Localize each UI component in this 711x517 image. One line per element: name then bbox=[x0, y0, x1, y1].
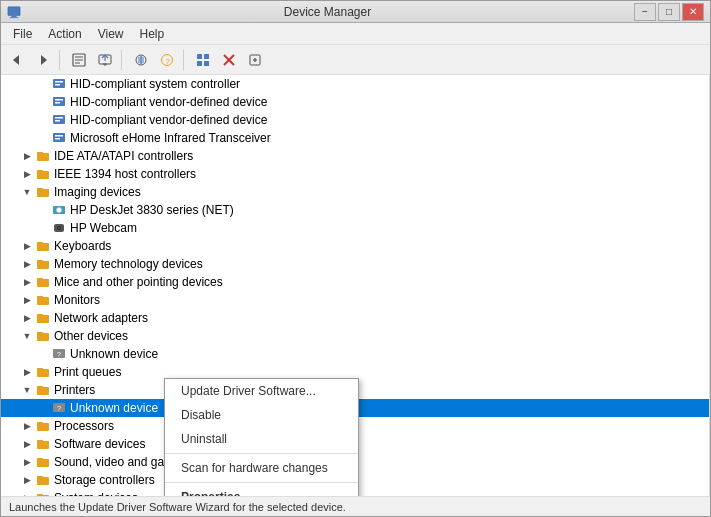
collapse-icon: ▶ bbox=[19, 436, 35, 452]
menu-file[interactable]: File bbox=[5, 25, 40, 43]
tree-item[interactable]: ▶ IDE ATA/ATAPI controllers bbox=[1, 147, 709, 165]
unknown-device-other[interactable]: ? Unknown device bbox=[1, 345, 709, 363]
tree-item[interactable]: ▶ Memory technology devices bbox=[1, 255, 709, 273]
help-button[interactable]: ? bbox=[155, 48, 179, 72]
device-icon bbox=[51, 94, 67, 110]
toolbar-sep3 bbox=[183, 50, 187, 70]
device-tree[interactable]: HID-compliant system controller HID-comp… bbox=[1, 75, 710, 496]
svg-rect-23 bbox=[197, 61, 202, 66]
collapse-icon: ▶ bbox=[19, 292, 35, 308]
device-icon bbox=[51, 112, 67, 128]
svg-rect-31 bbox=[55, 81, 63, 83]
collapse-icon: ▶ bbox=[19, 166, 35, 182]
back-button[interactable] bbox=[5, 48, 29, 72]
tree-item-label: Network adapters bbox=[54, 311, 148, 325]
folder-icon bbox=[35, 292, 51, 308]
svg-rect-70 bbox=[37, 386, 43, 388]
tree-item[interactable]: ▶ IEEE 1394 host controllers bbox=[1, 165, 709, 183]
window-title: Device Manager bbox=[21, 5, 634, 19]
device-icon bbox=[51, 76, 67, 92]
device-manager-btn[interactable] bbox=[191, 48, 215, 72]
tree-item[interactable]: ▶ Keyboards bbox=[1, 237, 709, 255]
tree-item[interactable]: ▼ Imaging devices bbox=[1, 183, 709, 201]
tree-item-label: Memory technology devices bbox=[54, 257, 203, 271]
forward-button[interactable] bbox=[31, 48, 55, 72]
context-update-driver[interactable]: Update Driver Software... bbox=[165, 379, 358, 403]
context-scan-hardware[interactable]: Scan for hardware changes bbox=[165, 456, 358, 480]
tree-item[interactable]: ▶ Mice and other pointing devices bbox=[1, 273, 709, 291]
device-manager-window: Device Manager − □ ✕ File Action View He… bbox=[0, 0, 711, 517]
tree-item[interactable]: HID-compliant system controller bbox=[1, 75, 709, 93]
update-icon bbox=[98, 53, 112, 67]
update-driver-button[interactable] bbox=[93, 48, 117, 72]
collapse-icon: ▶ bbox=[19, 274, 35, 290]
maximize-button[interactable]: □ bbox=[658, 3, 680, 21]
close-button[interactable]: ✕ bbox=[682, 3, 704, 21]
tree-item-label: Keyboards bbox=[54, 239, 111, 253]
tree-item[interactable]: HID-compliant vendor-defined device bbox=[1, 111, 709, 129]
folder-icon bbox=[35, 490, 51, 496]
context-disable[interactable]: Disable bbox=[165, 403, 358, 427]
context-uninstall[interactable]: Uninstall bbox=[165, 427, 358, 451]
tree-item-label: Imaging devices bbox=[54, 185, 141, 199]
tree-item-label: Storage controllers bbox=[54, 473, 155, 487]
minimize-button[interactable]: − bbox=[634, 3, 656, 21]
folder-icon bbox=[35, 166, 51, 182]
scan-button[interactable] bbox=[129, 48, 153, 72]
tree-item-label: IDE ATA/ATAPI controllers bbox=[54, 149, 193, 163]
collapse-icon: ▶ bbox=[19, 454, 35, 470]
extra-button[interactable] bbox=[243, 48, 267, 72]
svg-rect-82 bbox=[37, 494, 43, 496]
menu-help[interactable]: Help bbox=[132, 25, 173, 43]
tree-item-label: Unknown device bbox=[70, 347, 158, 361]
tree-item[interactable]: ▶ Monitors bbox=[1, 291, 709, 309]
svg-rect-46 bbox=[37, 189, 49, 197]
menu-action[interactable]: Action bbox=[40, 25, 89, 43]
other-devices-item[interactable]: ▼ Other devices bbox=[1, 327, 709, 345]
tree-item[interactable]: HID-compliant vendor-defined device bbox=[1, 93, 709, 111]
menu-view[interactable]: View bbox=[90, 25, 132, 43]
svg-rect-42 bbox=[37, 153, 49, 161]
svg-rect-75 bbox=[37, 441, 49, 449]
toolbar-sep2 bbox=[121, 50, 125, 70]
tree-item-label: HID-compliant vendor-defined device bbox=[70, 113, 267, 127]
svg-rect-35 bbox=[55, 102, 60, 104]
remove-button[interactable] bbox=[217, 48, 241, 72]
toolbar-sep1 bbox=[59, 50, 63, 70]
svg-rect-30 bbox=[53, 79, 65, 88]
collapse-icon: ▶ bbox=[19, 238, 35, 254]
svg-text:?: ? bbox=[166, 56, 171, 65]
tree-item[interactable]: HP DeskJet 3830 series (NET) bbox=[1, 201, 709, 219]
properties-button[interactable] bbox=[67, 48, 91, 72]
svg-marker-3 bbox=[13, 55, 19, 65]
tree-item[interactable]: ▶ Network adapters bbox=[1, 309, 709, 327]
svg-rect-74 bbox=[37, 422, 43, 424]
status-text: Launches the Update Driver Software Wiza… bbox=[9, 501, 346, 513]
device-icon bbox=[51, 202, 67, 218]
tree-item[interactable]: HP Webcam bbox=[1, 219, 709, 237]
svg-rect-0 bbox=[8, 6, 20, 15]
back-icon bbox=[10, 53, 24, 67]
svg-rect-73 bbox=[37, 423, 49, 431]
context-properties[interactable]: Properties bbox=[165, 485, 358, 496]
collapse-icon: ▶ bbox=[19, 148, 35, 164]
device-icon bbox=[51, 130, 67, 146]
svg-rect-53 bbox=[37, 243, 49, 251]
svg-rect-58 bbox=[37, 278, 43, 280]
unknown-icon: ? bbox=[51, 346, 67, 362]
remove-icon bbox=[222, 53, 236, 67]
svg-point-49 bbox=[57, 208, 62, 213]
tree-item[interactable]: Microsoft eHome Infrared Transceiver bbox=[1, 129, 709, 147]
svg-rect-2 bbox=[10, 17, 19, 18]
tree-item-label: HID-compliant system controller bbox=[70, 77, 240, 91]
svg-text:?: ? bbox=[57, 405, 61, 412]
folder-icon bbox=[35, 382, 51, 398]
content-area: HID-compliant system controller HID-comp… bbox=[1, 75, 710, 496]
tree-item-label: Other devices bbox=[54, 329, 128, 343]
tree-item-label: Sound, video and ga... bbox=[54, 455, 174, 469]
scan-icon bbox=[134, 53, 148, 67]
svg-rect-61 bbox=[37, 315, 49, 323]
svg-rect-77 bbox=[37, 459, 49, 467]
app-icon bbox=[7, 5, 21, 19]
menu-bar: File Action View Help bbox=[1, 23, 710, 45]
